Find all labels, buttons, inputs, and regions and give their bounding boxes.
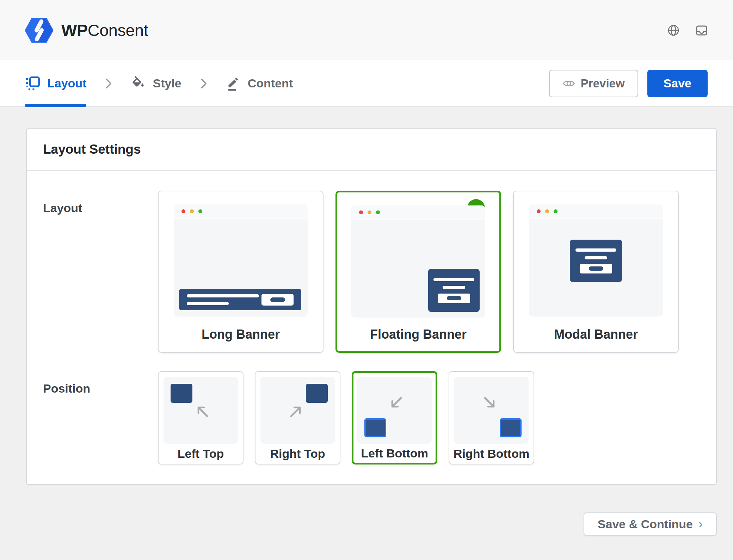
floating-banner-preview <box>428 269 480 312</box>
settings-step-nav: Layout Style Content Preview Save <box>0 60 733 107</box>
save-button[interactable]: Save <box>647 70 708 97</box>
layout-option-modal-banner[interactable]: Modal Banner <box>513 191 679 353</box>
banner-square-shape <box>364 418 386 437</box>
position-preview <box>260 377 335 444</box>
traffic-dot-yellow <box>190 209 194 213</box>
active-tab-underline <box>25 104 86 107</box>
preview-button-label: Preview <box>581 77 625 90</box>
layout-row: Layout <box>43 191 700 353</box>
panel-header: Layout Settings <box>27 129 716 171</box>
tab-style-label: Style <box>153 76 181 90</box>
tab-layout[interactable]: Layout <box>25 60 86 106</box>
position-options: Left Top Right Top <box>158 371 534 464</box>
position-option-label: Left Top <box>159 444 243 464</box>
panel-title: Layout Settings <box>43 142 700 157</box>
brand-name-regular: Consent <box>88 21 148 39</box>
traffic-dot-red <box>181 209 185 213</box>
chevron-right-icon: › <box>698 518 703 530</box>
layout-option-label: Long Banner <box>202 316 280 352</box>
save-and-continue-label: Save & Continue <box>598 517 693 531</box>
arrow-up-right-icon <box>288 403 304 419</box>
wpconsent-logo-icon <box>25 18 53 43</box>
position-option-right-bottom[interactable]: Right Bottom <box>449 371 534 464</box>
browser-mockup <box>529 204 663 316</box>
arrow-down-left-icon <box>388 395 404 411</box>
arrow-up-left-icon <box>194 403 210 419</box>
layout-options: Long Banner <box>158 191 679 353</box>
traffic-dot-green <box>554 209 558 213</box>
banner-square-shape <box>171 384 192 403</box>
layout-row-label: Layout <box>43 191 158 353</box>
layout-option-floating-banner[interactable]: Floating Banner <box>335 191 501 353</box>
layout-settings-panel: Layout Settings Layout <box>26 128 717 485</box>
position-preview <box>357 377 432 444</box>
position-option-left-top[interactable]: Left Top <box>158 371 244 464</box>
inbox-tray-icon[interactable] <box>696 24 708 36</box>
layout-option-label: Floating Banner <box>370 318 467 351</box>
traffic-dot-red <box>359 210 363 214</box>
pencil-edit-icon <box>226 76 241 91</box>
browser-mockup <box>174 204 308 316</box>
save-and-continue-button[interactable]: Save & Continue › <box>584 512 717 536</box>
banner-button-shape <box>261 294 294 306</box>
wpconsent-logo: WPConsent <box>25 18 148 43</box>
position-option-right-top[interactable]: Right Top <box>255 371 340 464</box>
tab-content-label: Content <box>248 76 293 90</box>
position-preview <box>454 377 529 444</box>
browser-mockup-titlebar <box>529 204 663 219</box>
preview-button[interactable]: Preview <box>549 70 638 97</box>
position-option-label: Left Bottom <box>353 444 436 463</box>
brand-name-bold: WP <box>61 21 88 39</box>
tab-content[interactable]: Content <box>226 60 293 106</box>
browser-mockup-titlebar <box>351 205 485 220</box>
chevron-right-icon <box>105 78 112 89</box>
tab-style[interactable]: Style <box>131 60 181 106</box>
layout-option-label: Modal Banner <box>554 316 638 352</box>
chevron-right-icon <box>201 78 207 89</box>
traffic-dot-green <box>376 210 380 214</box>
footer-actions: Save & Continue › <box>26 512 717 536</box>
browser-mockup-titlebar <box>174 204 308 219</box>
panel-body: Layout <box>27 171 716 484</box>
long-banner-preview <box>179 289 301 310</box>
banner-button-shape <box>580 264 612 273</box>
arrow-down-right-icon <box>482 395 498 411</box>
banner-square-shape <box>306 384 328 403</box>
position-option-label: Right Top <box>255 444 340 464</box>
traffic-dot-yellow <box>545 209 549 213</box>
traffic-dot-yellow <box>368 210 371 214</box>
tab-layout-label: Layout <box>47 76 86 90</box>
position-option-label: Right Bottom <box>449 444 534 464</box>
position-preview <box>164 377 238 444</box>
position-option-left-bottom[interactable]: Left Bottom <box>352 371 437 464</box>
layout-option-long-banner[interactable]: Long Banner <box>158 191 324 353</box>
main-content: Layout Settings Layout <box>0 107 733 536</box>
traffic-dot-green <box>198 209 202 213</box>
eye-icon <box>562 79 575 88</box>
paint-bucket-icon <box>131 76 146 91</box>
save-button-label: Save <box>664 76 691 90</box>
brand-name: WPConsent <box>61 20 148 40</box>
banner-button-shape <box>438 294 470 303</box>
position-row-label: Position <box>43 371 158 464</box>
globe-icon[interactable] <box>667 24 679 36</box>
app-header: WPConsent <box>0 0 733 60</box>
position-row: Position Left Top <box>43 371 700 464</box>
banner-square-shape <box>500 418 522 437</box>
layout-icon <box>25 76 40 91</box>
modal-banner-preview <box>570 240 622 282</box>
browser-mockup <box>351 205 485 318</box>
traffic-dot-red <box>537 209 541 213</box>
